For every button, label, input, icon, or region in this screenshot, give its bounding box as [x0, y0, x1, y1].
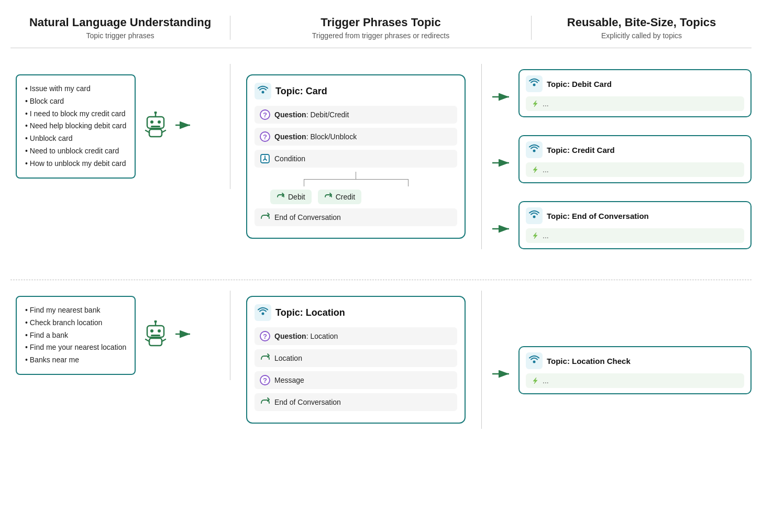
svg-point-53	[533, 361, 536, 363]
topic-card-icon	[255, 83, 271, 99]
redirect-icon-loc	[260, 353, 270, 363]
bottom-left-col: • Find my nearest bank • Check branch lo…	[10, 291, 230, 380]
redirect-icon-credit	[324, 193, 333, 201]
nlu-phrase-4: • Need help blocking debit card	[25, 120, 126, 132]
lightning-icon-eoc-top	[531, 231, 539, 240]
nlu-phrase-5: • Unblock card	[25, 132, 126, 145]
svg-point-37	[158, 329, 161, 332]
reusable-eoc-top-title: Topic: End of Conversation	[547, 212, 649, 220]
lightning-icon-credit	[531, 165, 539, 174]
bottom-right-col: Topic: Location Check ...	[482, 291, 752, 409]
question-icon-loc: ?	[260, 331, 270, 341]
card-topic-card: Topic: Card ? Question: Debit/Credit	[246, 74, 466, 239]
diagram-container: Natural Language Understanding Topic tri…	[0, 0, 762, 532]
reusable-debit-step-label: ...	[543, 99, 549, 108]
step-label-location: Location	[274, 354, 302, 362]
svg-point-3	[150, 120, 153, 124]
reusable-location-check-card: Topic: Location Check ...	[518, 346, 752, 394]
header-col-reusable: Reusable, Bite-Size, Topics Explicitly c…	[532, 16, 752, 40]
step-location-redirect: Location	[255, 349, 457, 367]
condition-icon	[260, 153, 270, 164]
step-question-location: ? Question: Location	[255, 327, 457, 345]
location-topic-icon	[255, 304, 271, 321]
robot-icon-bottom	[143, 320, 168, 350]
bottom-section: • Find my nearest bank • Check branch lo…	[10, 280, 752, 429]
branch-left-line	[304, 179, 356, 186]
header-subtitle-reusable: Explicitly called by topics	[537, 31, 746, 40]
step-label-message: Message	[274, 376, 304, 384]
credit-card-row: Topic: Credit Card ...	[492, 135, 752, 193]
reusable-loc-check-icon	[526, 352, 543, 369]
reusable-loc-check-title: Topic: Location Check	[547, 357, 631, 365]
nlu-location-phrase-5: • Banks near me	[25, 354, 126, 367]
step-message: ? Message	[255, 371, 457, 389]
step-label-question1: Question: Debit/Credit	[274, 110, 349, 119]
step-label-eoc-card: End of Conversation	[274, 213, 341, 221]
svg-marker-22	[533, 101, 537, 107]
reusable-debit-header: Topic: Debit Card	[526, 75, 744, 92]
top-left-col: • Issue with my card • Block card • I ne…	[10, 64, 230, 189]
step-question-block-unblock: ? Question: Block/Unblock	[255, 128, 457, 146]
header-row: Natural Language Understanding Topic tri…	[10, 16, 752, 48]
svg-rect-6	[149, 129, 162, 137]
branch-connector	[304, 179, 408, 186]
svg-point-34	[154, 320, 157, 323]
reusable-debit-title: Topic: Debit Card	[547, 80, 612, 88]
lightning-icon-loc-check	[531, 376, 539, 385]
location-topic-title: Topic: Location	[275, 307, 345, 318]
header-col-nlu: Natural Language Understanding Topic tri…	[10, 16, 230, 40]
question-icon-message: ?	[260, 375, 270, 385]
branch-right-line	[356, 179, 408, 186]
eoc-top-row: Topic: End of Conversation ...	[492, 201, 752, 259]
step-label-condition: Condition	[274, 154, 305, 163]
svg-marker-32	[533, 232, 537, 239]
reusable-debit-icon	[526, 75, 543, 92]
top-right-col: Topic: Debit Card ...	[482, 64, 752, 264]
location-topic-card: Topic: Location ? Question: Location	[246, 296, 466, 424]
nlu-phrase-7: • How to unblock my debit card	[25, 158, 126, 170]
reusable-eoc-top-header: Topic: End of Conversation	[526, 207, 744, 224]
arrow-to-card-topic	[175, 120, 194, 132]
robot-icon-top	[143, 112, 168, 141]
header-subtitle-trigger: Triggered from trigger phrases or redire…	[236, 31, 526, 40]
condition-connector	[255, 172, 457, 186]
nlu-box-location: • Find my nearest bank • Check branch lo…	[16, 296, 136, 375]
reusable-eoc-card-top: Topic: End of Conversation ...	[518, 201, 752, 249]
nlu-phrase-2: • Block card	[25, 95, 126, 108]
nlu-location-phrase-4: • Find me your nearest location	[25, 341, 126, 354]
header-title-trigger: Trigger Phrases Topic	[236, 16, 526, 29]
svg-rect-38	[151, 335, 160, 336]
svg-point-36	[150, 329, 153, 332]
bottom-right-spacer	[492, 296, 752, 338]
svg-marker-27	[533, 167, 537, 173]
condition-branches: Debit Credit	[255, 190, 457, 204]
top-section: • Issue with my card • Block card • I ne…	[10, 64, 752, 264]
svg-text:?: ?	[263, 376, 267, 384]
reusable-eoc-top-icon	[526, 207, 543, 224]
step-label-question2: Question: Block/Unblock	[274, 132, 357, 141]
nlu-phrase-1: • Issue with my card	[25, 83, 126, 95]
v-line-top	[356, 172, 357, 179]
location-topic-header: Topic: Location	[255, 304, 457, 321]
reusable-credit-icon	[526, 141, 543, 158]
nlu-box-card: • Issue with my card • Block card • I ne…	[16, 74, 136, 179]
arrow-to-eoc-top	[492, 225, 513, 235]
nlu-location-phrase-1: • Find my nearest bank	[25, 304, 126, 317]
header-title-nlu: Natural Language Understanding	[16, 16, 225, 29]
step-label-question-loc: Question: Location	[274, 332, 338, 340]
branch-debit-label: Debit	[288, 193, 305, 201]
svg-point-26	[533, 150, 536, 152]
svg-text:?: ?	[263, 111, 267, 119]
svg-point-1	[154, 112, 157, 114]
reusable-debit-step: ...	[526, 96, 744, 111]
svg-point-31	[533, 216, 536, 218]
step-end-conversation-card: End of Conversation	[255, 208, 457, 226]
location-check-row: Topic: Location Check ...	[492, 346, 752, 404]
nlu-location-phrase-3: • Find a bank	[25, 329, 126, 342]
bottom-center-col: Topic: Location ? Question: Location	[230, 291, 482, 429]
lightning-icon-debit	[531, 99, 539, 108]
step-condition: Condition	[255, 150, 457, 168]
reusable-loc-check-header: Topic: Location Check	[526, 352, 744, 369]
debit-card-row: Topic: Debit Card ...	[492, 69, 752, 127]
redirect-icon-eoc-card	[260, 212, 270, 223]
